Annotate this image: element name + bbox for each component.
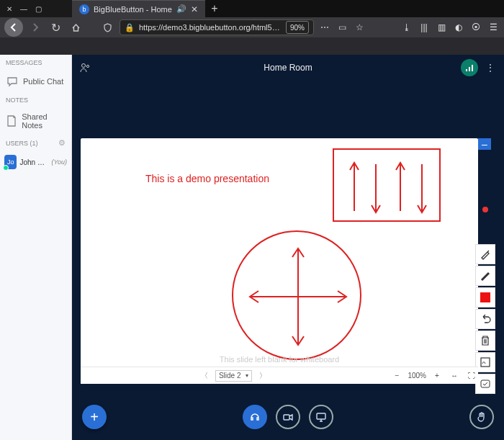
notes-icon xyxy=(6,115,17,127)
minimize-presentation-button[interactable]: – xyxy=(478,138,491,150)
hand-icon xyxy=(476,411,487,423)
sidebar-item-public-chat[interactable]: Public Chat xyxy=(0,71,71,92)
tool-pencil-button[interactable] xyxy=(475,244,495,264)
window-maximize-icon[interactable]: ▢ xyxy=(33,4,43,14)
zoom-in-button[interactable]: + xyxy=(431,369,444,382)
tab-title: BigBlueButton - Home xyxy=(94,5,172,14)
reader-icon[interactable]: ▭ xyxy=(336,21,348,34)
url-text: https://demo3.bigbluebutton.org/html5cli… xyxy=(139,23,282,32)
shield-icon[interactable] xyxy=(99,19,115,35)
slide-control-bar: 〈 Slide 2▾ 〉 − 100% + ↔ ⛶ xyxy=(81,367,478,384)
tool-palm-rejection-button[interactable] xyxy=(475,374,495,394)
svg-rect-6 xyxy=(481,380,490,387)
zoom-out-button[interactable]: − xyxy=(390,369,403,382)
sidebar-item-label: Public Chat xyxy=(23,77,63,86)
webcam-toggle-button[interactable] xyxy=(276,405,300,429)
zoom-badge[interactable]: 90% xyxy=(286,21,309,34)
prev-slide-button[interactable]: 〈 xyxy=(198,369,211,382)
tool-color-button[interactable] xyxy=(475,287,495,307)
extension-icon[interactable]: ⦿ xyxy=(469,21,482,34)
whiteboard-toolbar xyxy=(475,199,495,394)
browser-navbar: ↻ 🔒 https://demo3.bigbluebutton.org/html… xyxy=(0,17,504,37)
chat-icon xyxy=(6,75,19,88)
downloads-icon[interactable]: ⭳ xyxy=(400,21,413,34)
browser-tabstrip: b BigBlueButton - Home 🔊 ✕ + xyxy=(72,0,504,17)
connection-status-icon[interactable] xyxy=(461,59,478,76)
sidebar-header-users: USERS (1) ⚙ xyxy=(0,134,71,152)
bookmark-star-icon[interactable]: ☆ xyxy=(353,21,366,34)
svg-rect-2 xyxy=(466,69,467,71)
svg-point-1 xyxy=(86,65,89,67)
actions-fab-button[interactable]: + xyxy=(82,405,107,429)
svg-rect-3 xyxy=(469,67,470,71)
fit-width-button[interactable]: ↔ xyxy=(448,369,461,382)
sidebar-toggle-icon[interactable]: ▥ xyxy=(435,21,448,34)
ellipsis-icon[interactable]: ⋯ xyxy=(318,21,331,34)
drawing-tool-button[interactable] xyxy=(475,199,495,220)
room-topbar: Home Room ⋮ xyxy=(72,55,504,81)
annotation-text: This is a demo presentation xyxy=(145,173,269,184)
slide-watermark: This slide left blank for whiteboard xyxy=(220,355,339,364)
action-bar: + xyxy=(72,401,504,433)
screen-icon xyxy=(315,411,327,423)
tab-close-icon[interactable]: ✕ xyxy=(191,4,198,14)
fullscreen-button[interactable]: ⛶ xyxy=(465,369,478,382)
account-icon[interactable]: ◐ xyxy=(452,21,465,34)
url-bar[interactable]: 🔒 https://demo3.bigbluebutton.org/html5c… xyxy=(120,19,314,35)
zoom-level-label: 100% xyxy=(408,372,426,380)
camera-icon xyxy=(282,411,294,423)
next-slide-button[interactable]: 〉 xyxy=(256,369,269,382)
library-icon[interactable]: ||| xyxy=(418,21,431,34)
user-avatar: Jo xyxy=(4,155,17,169)
svg-rect-5 xyxy=(481,358,490,367)
user-list-item[interactable]: Jo John Per… (You) xyxy=(0,152,71,172)
window-minimize-icon[interactable]: — xyxy=(19,4,29,14)
cross-arrows-icon xyxy=(233,232,363,362)
raise-hand-button[interactable] xyxy=(469,405,494,429)
new-tab-button[interactable]: + xyxy=(205,0,224,17)
nav-reload-button[interactable]: ↻ xyxy=(48,19,63,35)
you-label: (You) xyxy=(51,158,67,166)
headset-icon xyxy=(249,411,261,423)
toggle-users-icon[interactable] xyxy=(79,62,91,73)
lock-icon: 🔒 xyxy=(125,23,135,32)
tool-thickness-button[interactable] xyxy=(475,266,495,286)
tab-audio-icon[interactable]: 🔊 xyxy=(176,4,186,14)
nav-back-button[interactable] xyxy=(4,18,23,37)
hamburger-menu-icon[interactable]: ☰ xyxy=(487,21,500,34)
chevron-down-icon: ▾ xyxy=(246,372,248,379)
sidebar: MESSAGES Public Chat NOTES Shared Notes … xyxy=(0,55,72,440)
window-close-icon[interactable]: ✕ xyxy=(4,4,14,14)
presentation-area: – This is a demo presentation xyxy=(76,81,500,440)
sidebar-item-shared-notes[interactable]: Shared Notes xyxy=(0,108,71,134)
users-settings-icon[interactable]: ⚙ xyxy=(58,138,66,148)
audio-toggle-button[interactable] xyxy=(243,405,267,429)
browser-tab[interactable]: b BigBlueButton - Home 🔊 ✕ xyxy=(72,0,205,17)
pointer-dot-icon xyxy=(482,207,488,212)
options-menu-button[interactable]: ⋮ xyxy=(484,63,497,73)
sidebar-header-messages: MESSAGES xyxy=(0,55,71,71)
whiteboard[interactable]: This is a demo presentation xyxy=(81,138,478,368)
presence-dot-icon xyxy=(3,165,9,171)
nav-forward-button[interactable] xyxy=(27,19,43,35)
color-swatch-icon xyxy=(480,292,490,302)
sidebar-item-label: Shared Notes xyxy=(22,112,66,130)
svg-point-0 xyxy=(82,64,86,68)
sidebar-header-notes: NOTES xyxy=(0,92,71,108)
slide-select[interactable]: Slide 2▾ xyxy=(215,370,252,382)
nav-home-button[interactable] xyxy=(68,19,84,35)
svg-rect-4 xyxy=(472,65,473,71)
user-name-label: John Per… xyxy=(19,158,48,166)
app-root: MESSAGES Public Chat NOTES Shared Notes … xyxy=(0,55,504,440)
tool-undo-button[interactable] xyxy=(475,309,495,329)
annotation-rectangle xyxy=(333,148,441,222)
room-title: Home Room xyxy=(264,63,312,73)
svg-rect-8 xyxy=(317,413,325,419)
plus-icon: + xyxy=(90,409,99,426)
main-area: Home Room ⋮ – This is a demo presentatio… xyxy=(72,55,504,440)
tool-clear-button[interactable] xyxy=(475,331,495,351)
tab-favicon-icon: b xyxy=(79,4,89,14)
screenshare-toggle-button[interactable] xyxy=(309,405,333,429)
annotation-circle xyxy=(232,230,361,360)
tool-multiuser-button[interactable] xyxy=(475,352,495,372)
